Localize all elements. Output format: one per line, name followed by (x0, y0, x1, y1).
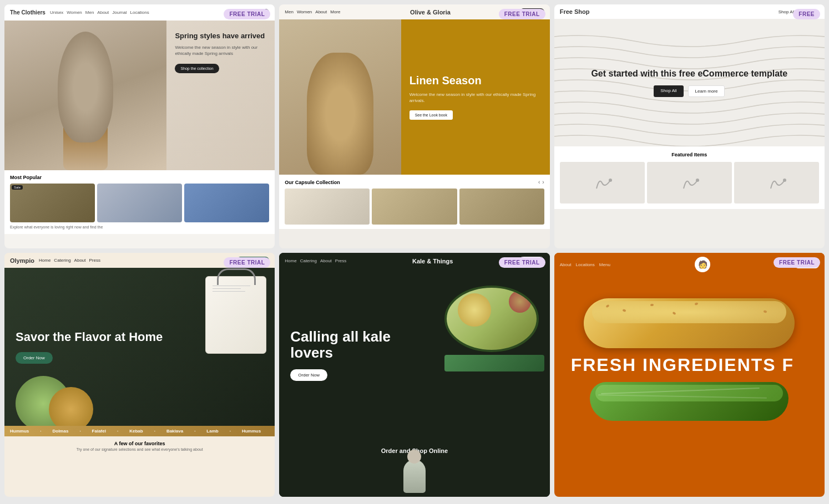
bottom-kale: Order and Shop Online (279, 441, 549, 497)
next-arrow[interactable]: › (542, 179, 544, 185)
hero-free-shop: Get started with this free eCommerce tem… (554, 19, 825, 146)
btn-learn-more[interactable]: Learn more (688, 85, 725, 97)
featured-item-1[interactable] (560, 162, 645, 203)
popular-desc: Explore what everyone is loving right no… (10, 225, 269, 230)
hero-text-clothiers: Spring styles have arrived Welcome the n… (166, 21, 275, 170)
card-kale-things[interactable]: Home Catering About Press Kale & Things … (279, 253, 549, 497)
hero-subtitle-clothiers: Welcome the new season in style with our… (175, 44, 266, 57)
brand-kale: Kale & Things (412, 258, 453, 264)
svg-point-2 (696, 179, 699, 182)
protein-visual (458, 293, 491, 327)
bun-shine (592, 301, 786, 323)
hero-title-kale: Calling all kale lovers (290, 329, 427, 360)
card-clothiers[interactable]: The Clothiers Unisex Women Men About Jou… (4, 4, 275, 248)
badge-kale: FREE TRIAL (499, 257, 545, 268)
popular-title: Most Popular (10, 175, 269, 180)
tomato-visual (509, 291, 531, 313)
popular-items: Sale (10, 184, 269, 222)
fresh-text-container: FRESH INGREDIENTS F (565, 348, 813, 382)
nav-links-olympio: Home Catering About Press (39, 258, 100, 263)
hero-subtitle-og: Welcome the new season in style with our… (410, 91, 542, 104)
hero-fresh: FRESH INGREDIENTS F (554, 276, 825, 487)
capsule-arrows: ‹ › (538, 179, 544, 185)
card-free-shop[interactable]: Free Shop Shop All About ⌕ FREE (554, 4, 825, 248)
svg-point-3 (783, 179, 786, 182)
hero-image-clothiers (4, 21, 166, 170)
svg-point-1 (609, 179, 612, 182)
hero-btns-fs: Shop All Learn more (591, 85, 787, 97)
featured-title: Featured Items (560, 152, 819, 157)
bag-handle (217, 268, 256, 285)
hero-title-clothiers: Spring styles have arrived (175, 32, 266, 41)
brand-clothiers: The Clothiers (10, 9, 46, 16)
hero-title-olympio: Savor the Flavor at Home (16, 330, 163, 344)
hero-cta-clothiers[interactable]: Shop the collection (175, 64, 219, 73)
hero-text-og: Linen Season Welcome the new season in s… (401, 19, 550, 175)
popular-item-jacket[interactable]: Sale (10, 184, 95, 222)
capsule-header: Our Capsule Collection ‹ › (285, 179, 544, 185)
bottom-desc-olympio: Try one of our signature selections and … (10, 447, 269, 451)
prev-arrow[interactable]: ‹ (538, 179, 540, 185)
hero-olympio: Savor the Flavor at Home Order Now (4, 268, 275, 426)
product-icon-3 (765, 172, 787, 194)
food-display (4, 370, 275, 426)
featured-item-2[interactable] (647, 162, 732, 203)
btn-shop-all[interactable]: Shop All (654, 85, 683, 97)
capsule-item-1[interactable] (285, 189, 370, 225)
nav-links-fresh: About Locations Menu (560, 262, 610, 267)
brand-og: Olive & Gloria (410, 9, 451, 16)
brand-olympio: Olympio (10, 257, 34, 264)
plate-2 (49, 387, 93, 426)
capsule-title: Our Capsule Collection (285, 180, 340, 185)
hero-kale: Calling all kale lovers Order Now (279, 269, 549, 441)
product-icon-2 (678, 172, 700, 194)
bag-img (205, 276, 266, 354)
hero-title-og: Linen Season (410, 74, 542, 87)
person-silhouette (63, 82, 108, 170)
hero-image-og (279, 19, 401, 175)
popular-item-jeans[interactable] (184, 184, 269, 222)
badge-olympio: FREE TRIAL (224, 257, 270, 268)
capsule-section: Our Capsule Collection ‹ › (279, 175, 549, 229)
bottom-olympio: A few of our favorites Try one of our si… (4, 436, 275, 456)
hero-content-fs: Get started with this free eCommerce tem… (591, 69, 787, 97)
hero-content-olympio: Savor the Flavor at Home Order Now (16, 330, 163, 363)
popular-item-hoodie[interactable] (97, 184, 182, 222)
tray-visual (444, 355, 544, 371)
salad-bowl (444, 286, 544, 385)
featured-items (560, 162, 819, 203)
badge-clothiers: FREE TRIAL (224, 9, 270, 19)
person-head-kale (407, 450, 421, 464)
hero-cta-og[interactable]: See the Look book (410, 110, 453, 120)
hero-og: Linen Season Welcome the new season in s… (279, 19, 549, 175)
ticker-olympio: Hummus · Dolmas · Falafel · Kebab · Bakl… (4, 426, 275, 436)
badge-free-shop: FREE (793, 9, 820, 19)
person-head-og (325, 75, 355, 105)
bottom-title-olympio: A few of our favorites (10, 441, 269, 446)
bowl-visual (444, 286, 539, 352)
card-olive-gloria[interactable]: Men Women About More Olive & Gloria Shop… (279, 4, 549, 248)
hero-title-fs: Get started with this free eCommerce tem… (591, 69, 787, 79)
capsule-item-3[interactable] (459, 189, 544, 225)
capsule-items (285, 189, 544, 225)
nav-links-kale: Home Catering About Press (285, 258, 346, 263)
capsule-item-2[interactable] (372, 189, 457, 225)
product-icon-1 (591, 172, 613, 194)
nav-links-og: Men Women About More (285, 9, 340, 14)
fresh-text: FRESH INGREDIENTS F (571, 355, 808, 375)
person-head (70, 70, 101, 101)
card-fresh[interactable]: About Locations Menu 🧑 Order n... FREE T… (554, 253, 825, 497)
user-avatar: 🧑 (695, 257, 710, 272)
featured-item-3[interactable] (734, 162, 819, 203)
badge-og: FREE TRIAL (499, 9, 545, 19)
nav-free-shop: Free Shop Shop All About ⌕ (554, 4, 825, 19)
hero-cta-olympio[interactable]: Order Now (16, 352, 53, 364)
brand-free-shop: Free Shop (560, 8, 590, 15)
card-olympio[interactable]: Olympio Home Catering About Press Start … (4, 253, 275, 497)
person-og (318, 86, 362, 175)
nav-links-clothiers: Unisex Women Men About Journal Locations (50, 10, 149, 15)
featured-section: Featured Items (554, 146, 825, 209)
hero-cta-kale[interactable]: Order Now (290, 369, 327, 381)
hero-content-kale: Calling all kale lovers Order Now (290, 329, 427, 380)
sale-badge: Sale (12, 185, 23, 190)
